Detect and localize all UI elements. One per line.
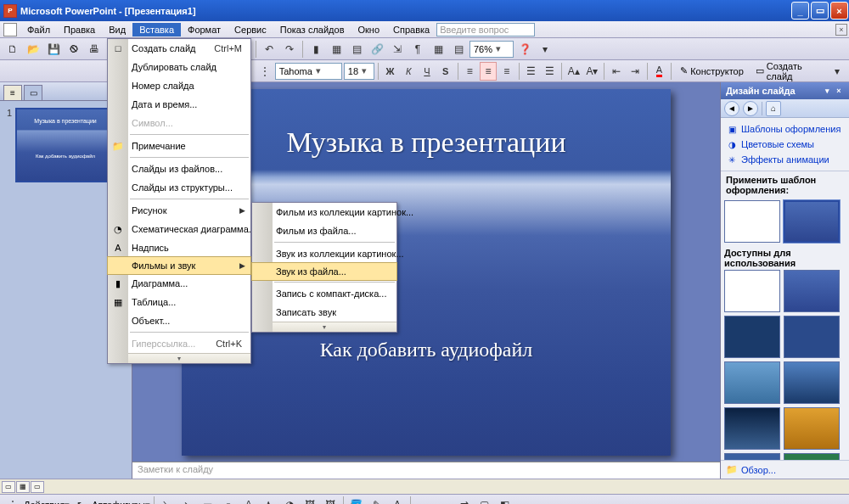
maximize-button[interactable]: ▭ — [811, 2, 829, 20]
grip-icon[interactable]: ⋮ — [256, 62, 273, 81]
menu-window[interactable]: Окно — [351, 23, 387, 36]
select-icon[interactable]: ↖ — [71, 496, 90, 504]
template-thumb[interactable] — [724, 200, 780, 243]
oval-icon[interactable]: ○ — [219, 496, 238, 504]
save-icon[interactable]: 💾 — [44, 40, 63, 59]
new-icon[interactable]: 🗋 — [3, 40, 22, 59]
bold-icon[interactable]: Ж — [382, 62, 399, 81]
print-icon[interactable]: 🖶 — [85, 40, 104, 59]
task-pane-dropdown-icon[interactable]: ▾ — [822, 86, 832, 96]
menu-item[interactable]: □Создать слайдCtrl+M — [108, 39, 250, 58]
grid-icon[interactable]: ▦ — [429, 40, 447, 59]
zoom-combo[interactable]: 76%▾ — [469, 41, 514, 58]
expand-icon[interactable]: ⇲ — [388, 40, 407, 59]
underline-icon[interactable]: Ч — [419, 62, 436, 81]
template-thumb[interactable] — [784, 270, 840, 312]
slideshow-view-button[interactable]: ▭ — [31, 481, 44, 493]
font-color-icon[interactable]: A — [388, 496, 407, 504]
align-right-icon[interactable]: ≡ — [498, 62, 515, 81]
template-thumb[interactable] — [724, 453, 780, 460]
template-thumb[interactable] — [724, 316, 780, 358]
menu-item[interactable]: AНадпись — [108, 238, 250, 257]
menu-help[interactable]: Справка — [386, 23, 436, 36]
template-thumb[interactable] — [724, 270, 780, 312]
menu-item[interactable]: Звук из коллекции картинок... — [252, 244, 396, 263]
permission-icon[interactable]: 🛇 — [65, 40, 83, 59]
help-search-input[interactable] — [436, 23, 535, 36]
chart-icon[interactable]: ▮ — [306, 40, 325, 59]
increase-font-icon[interactable]: A▴ — [565, 62, 582, 81]
nav-back-icon[interactable]: ◄ — [724, 101, 739, 116]
template-thumb[interactable] — [784, 453, 840, 460]
table-icon[interactable]: ▦ — [327, 40, 346, 59]
close-button[interactable]: × — [830, 2, 848, 20]
bullets-icon[interactable]: ☰ — [541, 62, 558, 81]
rectangle-icon[interactable]: ▭ — [199, 496, 217, 504]
template-thumb-selected[interactable] — [784, 200, 840, 243]
tables-borders-icon[interactable]: ▤ — [347, 40, 366, 59]
menu-expand-button[interactable]: ▾ — [108, 353, 250, 363]
numbering-icon[interactable]: ☰ — [523, 62, 540, 81]
line-style-icon[interactable]: ═ — [414, 496, 433, 504]
decrease-indent-icon[interactable]: ⇤ — [608, 62, 625, 81]
menu-item[interactable]: Объект... — [108, 311, 250, 330]
document-close-button[interactable]: × — [835, 24, 847, 36]
align-left-icon[interactable]: ≡ — [461, 62, 478, 81]
line-icon[interactable]: ＼ — [158, 496, 177, 504]
menu-item[interactable]: Слайды из файлов... — [108, 160, 250, 178]
font-color-icon[interactable]: A — [651, 62, 668, 81]
grip-icon[interactable]: ⋮ — [3, 496, 22, 504]
template-thumb[interactable] — [784, 316, 840, 358]
textbox-icon[interactable]: A — [239, 496, 258, 504]
italic-icon[interactable]: К — [400, 62, 417, 81]
outline-tab[interactable]: ≡ — [3, 85, 22, 100]
task-pane-close-icon[interactable]: × — [834, 86, 844, 96]
menu-item[interactable]: Рисунок▶ — [108, 201, 250, 220]
undo-icon[interactable]: ↶ — [260, 40, 278, 59]
menu-item[interactable]: ▦Таблица... — [108, 293, 250, 311]
color-icon[interactable]: ▤ — [449, 40, 468, 59]
align-center-icon[interactable]: ≡ — [480, 62, 497, 81]
menu-item[interactable]: Гиперссылка...Ctrl+K — [108, 334, 250, 353]
nav-fwd-icon[interactable]: ► — [743, 101, 758, 116]
wordart-icon[interactable]: 𝐀 — [260, 496, 278, 504]
menu-insert[interactable]: Вставка — [132, 23, 181, 36]
autoshapes-menu[interactable]: Автофигуры▾ — [92, 500, 150, 505]
show-formatting-icon[interactable]: ¶ — [408, 40, 427, 59]
template-thumb[interactable] — [724, 407, 780, 450]
menu-format[interactable]: Формат — [181, 23, 228, 36]
menu-slideshow[interactable]: Показ слайдов — [273, 23, 351, 36]
notes-input[interactable]: Заметки к слайду — [132, 462, 720, 479]
shadow-icon[interactable]: S — [437, 62, 454, 81]
decrease-font-icon[interactable]: A▾ — [584, 62, 601, 81]
browse-link[interactable]: Обзор... — [741, 465, 776, 475]
minimize-button[interactable]: _ — [791, 2, 809, 20]
menu-item[interactable]: Дата и время... — [108, 95, 250, 114]
line-color-icon[interactable]: ✎ — [368, 496, 386, 504]
menu-item[interactable]: 📁Примечание — [108, 137, 250, 155]
menu-item[interactable]: ▮Диаграмма... — [108, 274, 250, 293]
menu-item[interactable]: Звук из файла... — [251, 262, 397, 281]
template-thumb[interactable] — [784, 361, 840, 404]
menu-item[interactable]: Запись с компакт-диска... — [252, 284, 396, 303]
actions-menu[interactable]: Действия▾ — [24, 500, 70, 505]
increase-indent-icon[interactable]: ⇥ — [627, 62, 644, 81]
menu-file[interactable]: Файл — [20, 23, 57, 36]
menu-item[interactable]: Номер слайда — [108, 76, 250, 95]
toolbar2-options-icon[interactable]: ▾ — [829, 62, 846, 81]
open-icon[interactable]: 📂 — [24, 40, 42, 59]
link-color-schemes[interactable]: ◑Цветовые схемы — [726, 137, 844, 152]
fill-color-icon[interactable]: 🪣 — [347, 496, 366, 504]
slides-tab[interactable]: ▭ — [24, 85, 42, 100]
3d-style-icon[interactable]: ◧ — [496, 496, 514, 504]
template-thumb[interactable] — [784, 407, 840, 450]
font-combo[interactable]: Tahoma▾ — [275, 63, 342, 80]
template-thumb[interactable] — [724, 361, 780, 404]
menu-edit[interactable]: Правка — [57, 23, 102, 36]
menu-tools[interactable]: Сервис — [228, 23, 273, 36]
font-size-combo[interactable]: 18▾ — [344, 63, 374, 80]
nav-home-icon[interactable]: ⌂ — [766, 101, 781, 116]
arrow-icon[interactable]: ↘ — [178, 496, 197, 504]
redo-icon[interactable]: ↷ — [280, 40, 299, 59]
menu-item[interactable]: ◔Схематическая диаграмма... — [108, 220, 250, 238]
